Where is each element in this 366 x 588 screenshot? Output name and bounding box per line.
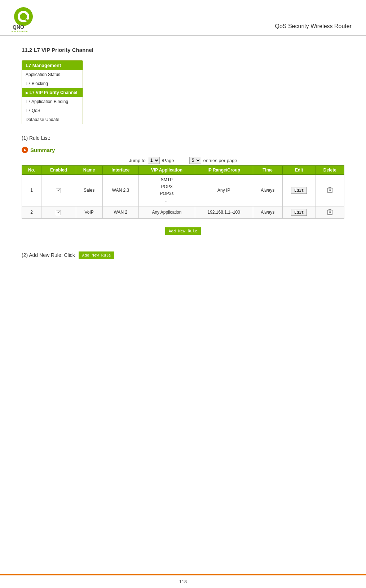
cell-name: Sales — [76, 175, 102, 206]
sidebar-item-l7-qos[interactable]: L7 QoS — [22, 106, 83, 115]
add-new-rule-label: (2) Add New Rule: Click — [22, 252, 75, 258]
page-number: 118 — [179, 579, 187, 584]
page-label: /Page — [162, 158, 174, 163]
delete-icon-1[interactable] — [327, 190, 333, 195]
edit-button-2[interactable]: Edit — [291, 209, 307, 216]
cell-interface: WAN 2,3 — [102, 175, 138, 206]
section-title: 11.2 L7 VIP Priority Channel — [22, 47, 344, 53]
col-no: No. — [22, 166, 41, 175]
cell-delete — [316, 175, 344, 206]
add-rule-center: Add New Rule — [22, 224, 344, 238]
cell-ip-range: 192.168.1.1~100 — [195, 206, 253, 218]
rule-list-label: (1) Rule List: — [22, 135, 344, 141]
table-row: 2 VoIP WAN 2 Any Application 192.168.1.1… — [22, 206, 344, 218]
col-time: Time — [253, 166, 282, 175]
cell-time: Always — [253, 206, 282, 218]
col-edit: Edit — [282, 166, 316, 175]
delete-icon-2[interactable] — [327, 211, 333, 217]
main-content: 11.2 L7 VIP Priority Channel L7 Manageme… — [0, 36, 366, 284]
col-name: Name — [76, 166, 102, 175]
summary-text: Summary — [30, 147, 55, 153]
cell-ip-range: Any IP — [195, 175, 253, 206]
enabled-checkbox[interactable] — [56, 188, 61, 193]
cell-vip-apps: Any Application — [138, 206, 195, 218]
cell-enabled — [41, 206, 76, 218]
sidebar-item-l7-application-binding[interactable]: L7 Application Binding — [22, 97, 83, 106]
per-page-select[interactable]: 5 — [189, 157, 201, 164]
col-ip-range: IP Range/Group — [195, 166, 253, 175]
svg-rect-13 — [328, 210, 332, 215]
pagination-row: Jump to 1 /Page 5 entries per page — [22, 157, 344, 164]
enabled-checkbox[interactable] — [56, 210, 61, 215]
page-title: QoS Security Wireless Router — [275, 23, 352, 32]
per-page-label: entries per page — [203, 158, 237, 163]
svg-text:QNO: QNO — [13, 24, 24, 30]
cell-interface: WAN 2 — [102, 206, 138, 218]
page-header: QNO your future life QoS Security Wirele… — [0, 0, 366, 36]
cell-name: VoIP — [76, 206, 102, 218]
col-vip-application: VIP Application — [138, 166, 195, 175]
logo-area: QNO your future life — [11, 6, 43, 32]
page-select[interactable]: 1 — [148, 157, 160, 164]
summary-icon — [22, 147, 28, 153]
rule-table: No. Enabled Name Interface VIP Applicati… — [22, 165, 344, 219]
cell-delete — [316, 206, 344, 218]
svg-text:your future life: your future life — [12, 30, 27, 32]
add-new-rule-button[interactable]: Add New Rule — [165, 227, 201, 235]
qno-logo: QNO your future life — [11, 6, 43, 32]
svg-rect-6 — [328, 188, 332, 193]
cell-enabled — [41, 175, 76, 206]
col-enabled: Enabled — [41, 166, 76, 175]
cell-vip-apps: SMTPPOP3POP3s... — [138, 175, 195, 206]
sidebar-menu-header: L7 Management — [22, 61, 83, 70]
jump-to-label: Jump to — [129, 158, 145, 163]
page-footer: 118 — [0, 574, 366, 588]
add-new-rule-inline-button[interactable]: Add New Rule — [79, 251, 114, 259]
cell-edit: Edit — [282, 175, 316, 206]
sidebar-item-application-status[interactable]: Application Status — [22, 70, 83, 79]
cell-no: 2 — [22, 206, 41, 218]
col-delete: Delete — [316, 166, 344, 175]
cell-time: Always — [253, 175, 282, 206]
sidebar-item-l7-vip-priority-channel[interactable]: L7 VIP Priority Channel — [22, 88, 83, 97]
summary-row: Summary — [22, 147, 344, 153]
table-row: 1 Sales WAN 2,3 SMTPPOP3POP3s... Any IP … — [22, 175, 344, 206]
cell-edit: Edit — [282, 206, 316, 218]
cell-no: 1 — [22, 175, 41, 206]
col-interface: Interface — [102, 166, 138, 175]
edit-button-1[interactable]: Edit — [291, 187, 307, 194]
sidebar-item-l7-blocking[interactable]: L7 Blocking — [22, 79, 83, 88]
l7-sidebar-menu: L7 Management Application Status L7 Bloc… — [22, 60, 83, 124]
sidebar-item-database-update[interactable]: Database Update — [22, 115, 83, 124]
add-new-rule-section: (2) Add New Rule: Click Add New Rule — [22, 249, 344, 262]
